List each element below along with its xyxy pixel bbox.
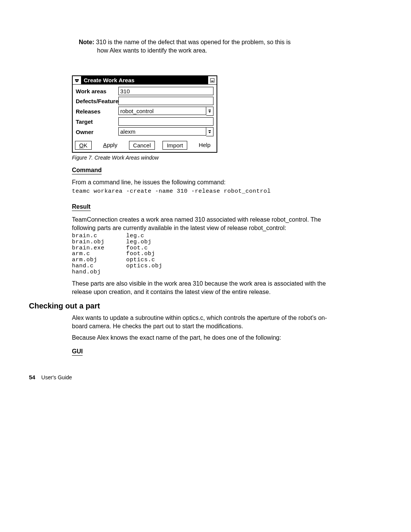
result-paragraph-1: TeamConnection creates a work area named… xyxy=(72,216,331,232)
checking-paragraph-2: Because Alex knows the exact name of the… xyxy=(72,334,331,342)
label-releases: Releases xyxy=(76,108,118,115)
minimize-icon[interactable] xyxy=(208,76,217,84)
releases-dropdown-icon[interactable] xyxy=(206,107,213,116)
note-block: Note: 310 is the name of the defect that… xyxy=(79,38,330,54)
result-paragraph-2: These parts are also visible in the work… xyxy=(72,280,331,296)
import-button[interactable]: Import xyxy=(162,141,187,150)
cancel-button[interactable]: Cancel xyxy=(129,141,155,150)
command-code: teamc workarea -create -name 310 -releas… xyxy=(72,188,271,195)
command-intro: From a command line, he issues the follo… xyxy=(72,179,331,186)
label-work-areas: Work areas xyxy=(76,88,118,94)
input-releases[interactable]: robot_control xyxy=(118,107,206,115)
input-defects-features[interactable] xyxy=(118,97,213,105)
svg-marker-5 xyxy=(209,111,211,113)
dialog-button-row: OK Apply Cancel Import Help xyxy=(73,139,217,152)
heading-gui: GUI xyxy=(72,348,83,356)
label-target: Target xyxy=(76,118,118,125)
svg-rect-0 xyxy=(75,79,79,80)
label-owner: Owner xyxy=(76,129,118,135)
note-text-line1: 310 is the name of the defect that was o… xyxy=(96,39,290,45)
input-target[interactable] xyxy=(118,117,213,126)
page-number: 54 xyxy=(29,374,35,380)
checking-paragraph-1: Alex wants to update a subroutine within… xyxy=(72,314,331,330)
label-defects-features: Defects/Features xyxy=(76,98,118,104)
dialog-titlebar: Create Work Areas xyxy=(73,76,217,85)
ok-button[interactable]: OK xyxy=(75,141,92,150)
figure-caption: Figure 7. Create Work Areas window xyxy=(72,155,159,161)
input-owner[interactable]: alexm xyxy=(118,127,206,136)
heading-result: Result xyxy=(72,203,91,211)
svg-rect-6 xyxy=(209,130,211,131)
input-work-areas[interactable]: 310 xyxy=(118,87,213,95)
svg-rect-4 xyxy=(209,110,211,110)
create-work-areas-dialog: Create Work Areas Work areas 310 Defects… xyxy=(72,75,217,153)
svg-marker-1 xyxy=(75,81,79,82)
dialog-title: Create Work Areas xyxy=(81,76,208,84)
note-label: Note: xyxy=(79,39,94,45)
system-menu-icon[interactable] xyxy=(73,76,81,84)
svg-marker-7 xyxy=(209,132,211,133)
heading-command: Command xyxy=(72,167,102,174)
apply-button[interactable]: Apply xyxy=(99,141,121,150)
help-button[interactable]: Help xyxy=(195,141,214,150)
dialog-form: Work areas 310 Defects/Features Releases… xyxy=(73,85,217,139)
note-text-line2: how Alex wants to identify the work area… xyxy=(97,46,330,55)
heading-checking-out: Checking out a part xyxy=(29,302,100,310)
svg-rect-3 xyxy=(211,81,213,81)
page-footer: 54 User's Guide xyxy=(29,374,72,380)
parts-list: brain.c leg.c brain.obj leg.obj brain.ex… xyxy=(72,233,162,275)
svg-rect-2 xyxy=(210,78,214,82)
owner-dropdown-icon[interactable] xyxy=(206,127,213,136)
book-title: User's Guide xyxy=(41,374,72,380)
